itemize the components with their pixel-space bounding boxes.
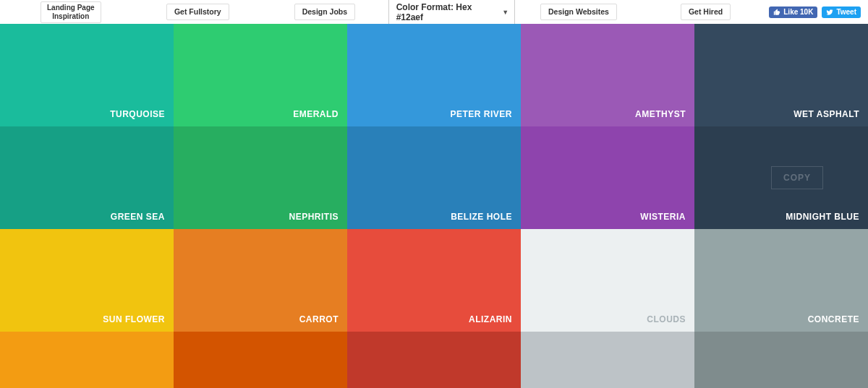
color-swatch[interactable]: MIDNIGHT BLUECOPY xyxy=(694,126,868,229)
swatch-label: CLOUDS xyxy=(647,314,686,324)
design-jobs-button[interactable]: Design Jobs xyxy=(294,4,355,20)
landing-page-inspiration-button[interactable]: Landing Page Inspiration xyxy=(41,1,101,23)
color-swatch[interactable] xyxy=(174,332,347,388)
color-swatch[interactable]: TURQUOISE xyxy=(0,24,174,126)
color-swatch[interactable] xyxy=(0,332,174,388)
top-nav: Landing Page Inspiration Get Fullstory D… xyxy=(0,0,868,24)
facebook-like-label: Like 10K xyxy=(783,8,813,17)
swatch-label: ALIZARIN xyxy=(469,314,512,324)
swatch-label: EMERALD xyxy=(293,109,339,119)
swatch-label: MIDNIGHT BLUE xyxy=(786,212,859,222)
facebook-like-button[interactable]: Like 10K xyxy=(769,7,817,18)
thumbs-up-icon xyxy=(773,9,780,16)
get-fullstory-button[interactable]: Get Fullstory xyxy=(166,4,229,20)
color-swatch[interactable]: GREEN SEA xyxy=(0,126,174,229)
swatch-label: AMETHYST xyxy=(635,109,686,119)
twitter-tweet-button[interactable]: Tweet xyxy=(822,7,861,18)
swatch-label: CONCRETE xyxy=(808,314,859,324)
chevron-down-icon: ▼ xyxy=(502,9,509,16)
color-swatch[interactable]: WET ASPHALT xyxy=(694,24,868,126)
color-swatch[interactable]: EMERALD xyxy=(174,24,347,126)
color-format-selected-label: Color Format: Hex #12aef xyxy=(396,2,472,22)
color-row: SUN FLOWERCARROTALIZARINCLOUDSCONCRETE xyxy=(0,229,868,332)
color-format-select[interactable]: Color Format: Hex #12aef ▼ xyxy=(388,0,516,26)
color-row: TURQUOISEEMERALDPETER RIVERAMETHYSTWET A… xyxy=(0,24,868,126)
color-grid: TURQUOISEEMERALDPETER RIVERAMETHYSTWET A… xyxy=(0,24,868,388)
twitter-icon xyxy=(826,9,833,16)
design-websites-button[interactable]: Design Websites xyxy=(540,4,617,20)
get-hired-button[interactable]: Get Hired xyxy=(681,4,731,20)
color-swatch[interactable]: CARROT xyxy=(174,229,347,332)
copy-button[interactable]: COPY xyxy=(771,166,823,189)
color-swatch[interactable]: AMETHYST xyxy=(521,24,694,126)
swatch-label: PETER RIVER xyxy=(450,109,512,119)
nav-left-group: Landing Page Inspiration Get Fullstory D… xyxy=(7,0,769,26)
swatch-label: TURQUOISE xyxy=(110,109,165,119)
color-row xyxy=(0,332,868,388)
color-swatch[interactable]: SUN FLOWER xyxy=(0,229,174,332)
swatch-label: WISTERIA xyxy=(640,212,686,222)
swatch-label: BELIZE HOLE xyxy=(451,212,512,222)
color-swatch[interactable] xyxy=(694,332,868,388)
swatch-label: SUN FLOWER xyxy=(103,314,165,324)
color-swatch[interactable]: WISTERIA xyxy=(521,126,694,229)
twitter-tweet-label: Tweet xyxy=(836,8,856,17)
swatch-label: CARROT xyxy=(299,314,339,324)
color-swatch[interactable] xyxy=(521,332,694,388)
color-swatch[interactable]: NEPHRITIS xyxy=(174,126,347,229)
color-swatch[interactable]: BELIZE HOLE xyxy=(347,126,521,229)
color-row: GREEN SEANEPHRITISBELIZE HOLEWISTERIAMID… xyxy=(0,126,868,229)
swatch-label: NEPHRITIS xyxy=(289,212,339,222)
color-swatch[interactable]: CLOUDS xyxy=(521,229,694,332)
swatch-label: WET ASPHALT xyxy=(793,109,859,119)
swatch-label: GREEN SEA xyxy=(111,212,165,222)
color-swatch[interactable]: ALIZARIN xyxy=(347,229,521,332)
color-swatch[interactable]: PETER RIVER xyxy=(347,24,521,126)
color-swatch[interactable] xyxy=(347,332,521,388)
color-swatch[interactable]: CONCRETE xyxy=(694,229,868,332)
nav-social-group: Like 10K Tweet xyxy=(769,7,861,18)
